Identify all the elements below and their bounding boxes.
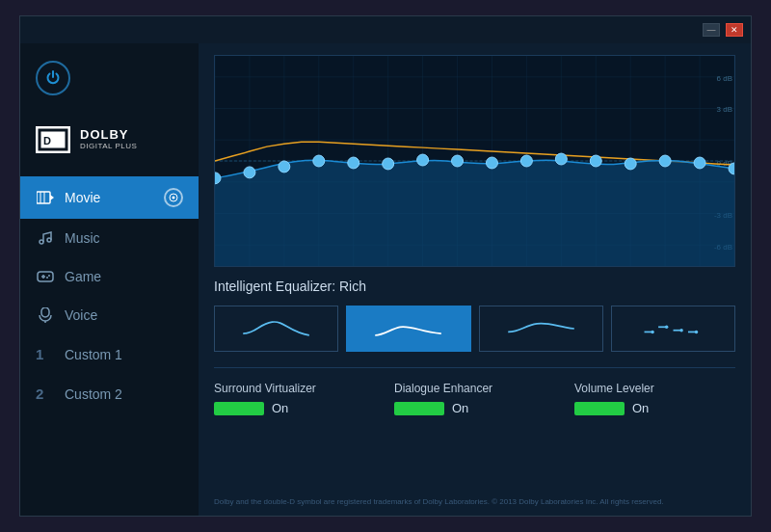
svg-text:6 dB: 6 dB <box>717 74 732 83</box>
volume-status: On <box>574 401 735 415</box>
svg-point-56 <box>486 157 497 169</box>
close-button[interactable]: ✕ <box>726 23 743 37</box>
footer-note: Dolby and the double-D symbol are regist… <box>214 492 735 506</box>
surround-label: Surround Virtualizer <box>214 382 375 395</box>
svg-point-10 <box>47 238 51 242</box>
svg-rect-3 <box>37 192 50 203</box>
custom2-badge: 2 <box>36 386 55 402</box>
title-bar: — ✕ <box>20 16 751 43</box>
volume-label: Volume Leveler <box>574 382 735 395</box>
minimize-button[interactable]: — <box>703 23 720 37</box>
svg-point-57 <box>520 155 532 167</box>
feature-volume: Volume Leveler On <box>574 382 735 415</box>
custom1-badge: 1 <box>36 346 55 362</box>
music-icon <box>36 230 55 246</box>
svg-point-14 <box>48 275 50 277</box>
custom1-label: Custom 1 <box>65 347 122 362</box>
voice-label: Voice <box>65 307 97 323</box>
logo-area: D DOLBY DIGITAL PLUS <box>20 115 199 176</box>
game-icon <box>36 269 55 284</box>
feature-surround: Surround Virtualizer On <box>214 382 375 415</box>
eq-display: 6 dB 3 dB 0 dB -3 dB -6 dB <box>214 55 735 267</box>
sidebar-item-game[interactable]: Game <box>20 257 199 296</box>
custom2-label: Custom 2 <box>65 386 122 402</box>
main-window: — ✕ D DOLBY <box>19 15 752 517</box>
svg-rect-16 <box>41 307 49 317</box>
svg-point-55 <box>452 155 464 167</box>
power-button[interactable] <box>36 61 70 95</box>
svg-point-50 <box>279 161 290 173</box>
voice-icon <box>36 307 55 323</box>
svg-point-49 <box>244 167 255 178</box>
divider <box>214 367 735 368</box>
eq-section-label: Intelligent Equalizer: Rich <box>214 279 735 294</box>
volume-indicator[interactable] <box>574 402 625 415</box>
svg-point-58 <box>555 153 567 165</box>
preset-rich[interactable] <box>346 306 470 352</box>
sidebar-item-music[interactable]: Music <box>20 219 199 257</box>
svg-point-60 <box>625 158 636 170</box>
dialogue-status-text: On <box>452 401 468 415</box>
svg-point-71 <box>695 331 698 333</box>
surround-status-text: On <box>272 401 288 415</box>
eq-graph: 6 dB 3 dB 0 dB -3 dB -6 dB <box>215 56 734 266</box>
features-row: Surround Virtualizer On Dialogue Enhance… <box>214 382 735 415</box>
sidebar: D DOLBY DIGITAL PLUS <box>20 43 199 516</box>
svg-point-52 <box>348 157 359 169</box>
svg-point-54 <box>417 154 429 166</box>
movie-icon <box>36 190 55 205</box>
svg-point-59 <box>590 155 601 167</box>
logo-text: DOLBY DIGITAL PLUS <box>80 128 137 150</box>
svg-text:3 dB: 3 dB <box>717 105 732 114</box>
dialogue-label: Dialogue Enhancer <box>394 382 555 395</box>
svg-point-61 <box>659 155 671 167</box>
svg-point-68 <box>651 331 653 333</box>
sidebar-item-custom1[interactable]: 1 Custom 1 <box>20 334 199 374</box>
svg-point-15 <box>46 277 48 279</box>
volume-status-text: On <box>632 401 649 415</box>
svg-point-9 <box>40 240 43 244</box>
svg-point-51 <box>313 155 325 167</box>
dialogue-indicator[interactable] <box>394 402 444 415</box>
right-panel: 6 dB 3 dB 0 dB -3 dB -6 dB <box>199 43 751 516</box>
preset-focused[interactable] <box>479 306 603 352</box>
music-label: Music <box>65 230 100 246</box>
svg-point-62 <box>694 157 705 169</box>
svg-point-70 <box>679 329 682 332</box>
sidebar-item-movie[interactable]: Movie <box>20 176 199 219</box>
dialogue-status: On <box>394 401 555 415</box>
surround-indicator[interactable] <box>214 402 264 415</box>
movie-label: Movie <box>65 190 100 205</box>
svg-point-69 <box>665 326 668 329</box>
svg-point-7 <box>173 197 175 200</box>
game-label: Game <box>65 269 101 284</box>
svg-point-53 <box>383 158 394 170</box>
feature-dialogue: Dialogue Enhancer On <box>394 382 555 415</box>
surround-status: On <box>214 401 375 415</box>
sidebar-item-custom2[interactable]: 2 Custom 2 <box>20 374 199 413</box>
movie-settings-icon[interactable] <box>164 188 183 207</box>
dolby-logo-icon: D <box>36 126 70 153</box>
sidebar-item-voice[interactable]: Voice <box>20 296 199 334</box>
preset-deep[interactable] <box>214 306 338 352</box>
svg-marker-4 <box>50 195 54 200</box>
eq-presets <box>214 306 735 352</box>
preset-custom[interactable] <box>611 306 735 352</box>
main-content: D DOLBY DIGITAL PLUS <box>20 43 751 516</box>
svg-text:D: D <box>43 135 51 146</box>
